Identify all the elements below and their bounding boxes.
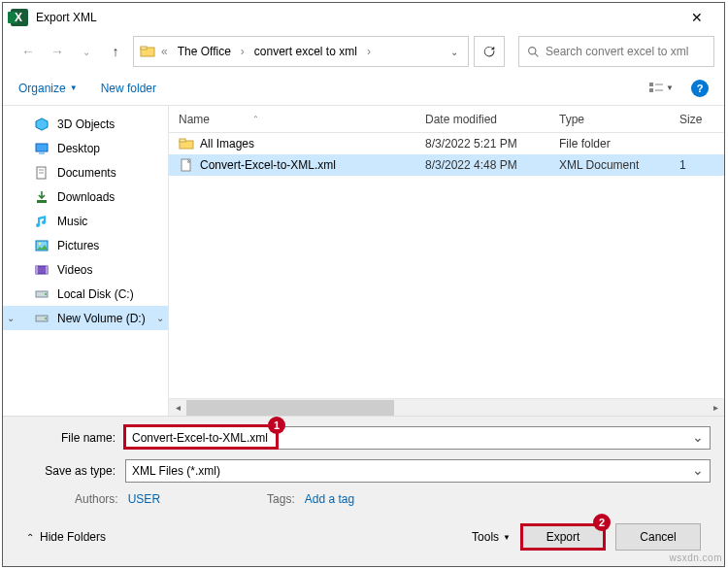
back-button[interactable]: ← — [17, 40, 40, 63]
chevron-down-icon[interactable]: ⌄ — [7, 313, 15, 323]
cancel-button[interactable]: Cancel — [615, 523, 701, 551]
svg-rect-18 — [36, 266, 38, 274]
authors-value[interactable]: USER — [128, 492, 160, 506]
refresh-button[interactable] — [474, 36, 505, 67]
svg-rect-5 — [649, 88, 653, 92]
folder-icon — [179, 136, 194, 151]
sidebar-item-videos[interactable]: Videos — [3, 257, 168, 282]
caret-down-icon: ▼ — [70, 84, 78, 92]
column-date[interactable]: Date modified — [415, 106, 549, 132]
sidebar: 3D Objects Desktop Documents Downloads M… — [3, 106, 168, 416]
downloads-icon — [34, 189, 50, 205]
chevron-right-icon-2[interactable]: › — [365, 45, 373, 58]
titlebar: X Export XML ✕ — [3, 3, 724, 32]
breadcrumb-folder-2[interactable]: convert excel to xml — [250, 43, 361, 60]
filename-label: File name: — [17, 431, 125, 445]
scroll-right-icon[interactable]: ▸ — [707, 400, 724, 416]
tools-menu[interactable]: Tools ▼ — [472, 530, 511, 544]
sidebar-item-3d-objects[interactable]: 3D Objects — [3, 112, 168, 136]
recent-locations-button[interactable]: ⌄ — [75, 40, 98, 63]
scroll-track[interactable] — [186, 400, 707, 416]
svg-rect-19 — [46, 266, 48, 274]
caret-down-icon: ▼ — [666, 84, 674, 92]
svg-rect-10 — [39, 152, 45, 154]
address-bar[interactable]: « The Office › convert excel to xml › ⌄ — [133, 36, 469, 67]
svg-point-2 — [529, 47, 536, 53]
3d-objects-icon — [34, 117, 50, 132]
savetype-row: Save as type: XML Files (*.xml) — [17, 459, 711, 483]
svg-rect-14 — [37, 200, 47, 203]
svg-point-23 — [45, 318, 47, 319]
column-name[interactable]: Name⌃ — [169, 106, 415, 132]
file-icon — [179, 157, 194, 173]
export-xml-dialog: X Export XML ✕ ← → ⌄ ↑ « The Office › co… — [2, 2, 725, 567]
sort-indicator-icon: ⌃ — [252, 115, 259, 123]
filename-row: File name: 1 — [17, 426, 711, 450]
main-area: 3D Objects Desktop Documents Downloads M… — [3, 106, 724, 416]
sidebar-item-local-disk-c[interactable]: Local Disk (C:) — [3, 282, 168, 306]
svg-marker-8 — [36, 118, 48, 130]
filename-input-wrapper — [125, 426, 711, 450]
export-button[interactable]: Export — [520, 523, 606, 551]
horizontal-scrollbar[interactable]: ◂ ▸ — [169, 398, 724, 416]
caret-down-icon: ▼ — [503, 533, 511, 542]
scroll-thumb[interactable] — [186, 400, 394, 416]
search-box[interactable]: Search convert excel to xml — [518, 36, 714, 67]
meta-row: Authors: USER Tags: Add a tag — [17, 492, 711, 512]
svg-rect-4 — [649, 83, 653, 86]
svg-rect-9 — [36, 144, 48, 151]
chevron-right-icon[interactable]: › — [239, 45, 247, 58]
navigation-row: ← → ⌄ ↑ « The Office › convert excel to … — [3, 32, 724, 71]
sidebar-item-pictures[interactable]: Pictures — [3, 233, 168, 257]
callout-badge-2: 2 — [593, 514, 611, 531]
organize-menu[interactable]: Organize▼ — [18, 82, 78, 95]
help-button[interactable]: ? — [691, 80, 709, 97]
file-pane: Name⌃ Date modified Type Size All Images… — [168, 106, 724, 416]
sidebar-item-documents[interactable]: Documents — [3, 160, 168, 184]
column-headers: Name⌃ Date modified Type Size — [169, 106, 724, 133]
svg-line-3 — [535, 53, 538, 56]
forward-button: → — [46, 40, 69, 63]
svg-rect-1 — [141, 47, 147, 50]
svg-point-16 — [39, 242, 41, 244]
file-row-xml[interactable]: Convert-Excel-to-XML.xml 8/3/2022 4:48 P… — [169, 154, 724, 176]
action-row: ⌃ Hide Folders Tools ▼ 2 Export Cancel — [17, 512, 711, 562]
pictures-icon — [34, 238, 50, 253]
svg-point-21 — [45, 293, 47, 295]
music-icon — [34, 214, 50, 229]
close-button[interactable]: ✕ — [678, 4, 716, 31]
file-list: All Images 8/3/2022 5:21 PM File folder … — [169, 133, 724, 398]
tags-value[interactable]: Add a tag — [305, 492, 354, 506]
scroll-left-icon[interactable]: ◂ — [169, 400, 186, 416]
drive-icon — [34, 311, 50, 326]
svg-rect-25 — [180, 139, 185, 142]
filename-input[interactable] — [132, 431, 704, 445]
documents-icon — [34, 165, 50, 181]
search-placeholder: Search convert excel to xml — [546, 45, 688, 58]
chevron-up-icon: ⌃ — [26, 532, 34, 543]
window-title: Export XML — [36, 11, 97, 24]
sidebar-item-downloads[interactable]: Downloads — [3, 184, 168, 209]
sidebar-item-music[interactable]: Music — [3, 209, 168, 233]
savetype-select[interactable]: XML Files (*.xml) — [125, 459, 711, 483]
address-dropdown-icon[interactable]: ⌄ — [447, 47, 462, 57]
up-button[interactable]: ↑ — [104, 40, 127, 63]
search-icon — [527, 46, 540, 58]
drive-icon — [34, 286, 50, 302]
breadcrumb-sep-icon: « — [159, 45, 170, 58]
column-type[interactable]: Type — [549, 106, 670, 132]
bottom-panel: File name: 1 Save as type: XML Files (*.… — [3, 416, 724, 566]
sidebar-item-desktop[interactable]: Desktop — [3, 136, 168, 160]
hide-folders-button[interactable]: ⌃ Hide Folders — [26, 530, 106, 544]
toolbar: Organize▼ New folder ▼ ? — [3, 71, 724, 106]
file-row-folder[interactable]: All Images 8/3/2022 5:21 PM File folder — [169, 133, 724, 154]
view-options-button[interactable]: ▼ — [645, 78, 678, 99]
column-size[interactable]: Size — [670, 106, 724, 132]
excel-icon: X — [11, 9, 28, 26]
desktop-icon — [34, 141, 50, 156]
videos-icon — [34, 262, 50, 278]
authors-label: Authors: — [75, 492, 118, 506]
new-folder-button[interactable]: New folder — [101, 82, 156, 95]
breadcrumb-folder-1[interactable]: The Office — [174, 43, 235, 60]
sidebar-item-new-volume-d[interactable]: ⌄ New Volume (D:) ⌄ — [3, 306, 168, 330]
